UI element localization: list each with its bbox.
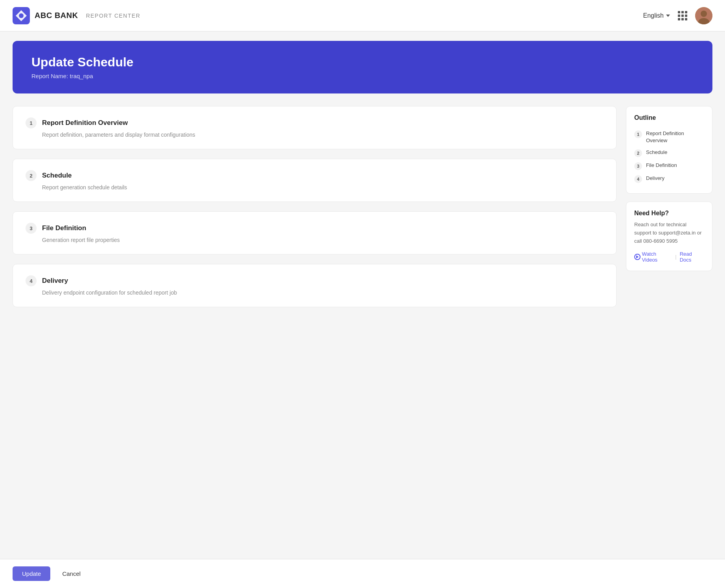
step-3-number: 3 [26,223,37,234]
grid-dot [685,18,687,20]
grid-dot [685,11,687,13]
page-title: Update Schedule [31,55,694,70]
outline-item-2[interactable]: 2 Schedule [634,147,704,159]
read-docs-link[interactable]: Read Docs [680,251,704,263]
help-divider: | [675,254,676,260]
grid-dot [681,11,684,13]
outline-num-1: 1 [634,130,642,138]
outline-num-2: 2 [634,149,642,157]
step-4-number: 4 [26,275,37,286]
step-2-header: 2 Schedule [26,170,604,181]
grid-dot [681,18,684,20]
bank-name: ABC BANK [35,11,78,20]
step-4-description: Delivery endpoint configuration for sche… [42,289,604,296]
header-right: English [643,7,712,24]
step-card-2[interactable]: 2 Schedule Report generation schedule de… [13,159,617,202]
step-1-number: 1 [26,117,37,128]
outline-label-4: Delivery [646,175,664,182]
outline-label-3: File Definition [646,162,677,169]
language-selector[interactable]: English [643,12,670,19]
svg-point-1 [19,13,24,18]
grid-dot [678,11,680,13]
right-panel: Outline 1 Report Definition Overview 2 S… [626,106,712,271]
step-1-description: Report definition, parameters and displa… [42,132,604,138]
logo-section: ABC BANK REPORT CENTER [13,7,140,24]
play-icon [634,254,641,260]
outline-num-3: 3 [634,162,642,170]
outline-num-4: 4 [634,175,642,183]
bank-logo-icon [13,7,30,24]
step-3-description: Generation report file properties [42,237,604,243]
help-text: Reach out for technical support to suppo… [634,221,704,245]
grid-dot [678,18,680,20]
outline-label-1: Report Definition Overview [646,130,704,144]
outline-item-4[interactable]: 4 Delivery [634,172,704,185]
apps-grid-icon[interactable] [678,11,687,20]
read-docs-label: Read Docs [680,251,704,263]
report-name-subtitle: Report Name: traq_npa [31,73,694,79]
outline-label-2: Schedule [646,149,667,156]
step-4-header: 4 Delivery [26,275,604,286]
step-2-title: Schedule [42,172,72,180]
help-title: Need Help? [634,210,704,217]
user-avatar[interactable] [695,7,712,24]
footer: Update Cancel [0,559,725,588]
outline-card: Outline 1 Report Definition Overview 2 S… [626,106,712,194]
cancel-button[interactable]: Cancel [56,566,87,581]
step-3-title: File Definition [42,224,86,232]
page-banner: Update Schedule Report Name: traq_npa [13,41,712,93]
step-2-description: Report generation schedule details [42,184,604,191]
avatar-svg [695,7,712,24]
step-card-4[interactable]: 4 Delivery Delivery endpoint configurati… [13,264,617,307]
avatar-image [695,7,712,24]
outline-item-3[interactable]: 3 File Definition [634,159,704,172]
help-links: Watch Videos | Read Docs [634,251,704,263]
update-button[interactable]: Update [13,566,50,581]
step-1-title: Report Definition Overview [42,119,128,127]
grid-dot [685,15,687,17]
help-card: Need Help? Reach out for technical suppo… [626,201,712,271]
watch-videos-label: Watch Videos [642,251,672,263]
step-card-3[interactable]: 3 File Definition Generation report file… [13,211,617,255]
grid-dot [678,15,680,17]
report-center-label: REPORT CENTER [86,13,141,19]
step-4-title: Delivery [42,277,68,285]
header: ABC BANK REPORT CENTER English [0,0,725,31]
step-card-1[interactable]: 1 Report Definition Overview Report defi… [13,106,617,149]
step-1-header: 1 Report Definition Overview [26,117,604,128]
svg-point-3 [701,11,707,17]
play-triangle-icon [636,255,639,258]
main-content: 1 Report Definition Overview Report defi… [0,93,725,320]
watch-videos-link[interactable]: Watch Videos [634,251,672,263]
chevron-down-icon [666,15,670,17]
outline-title: Outline [634,114,704,121]
grid-dot [681,15,684,17]
step-3-header: 3 File Definition [26,223,604,234]
steps-column: 1 Report Definition Overview Report defi… [13,106,617,307]
outline-item-1[interactable]: 1 Report Definition Overview [634,128,704,147]
step-2-number: 2 [26,170,37,181]
language-label: English [643,12,664,19]
